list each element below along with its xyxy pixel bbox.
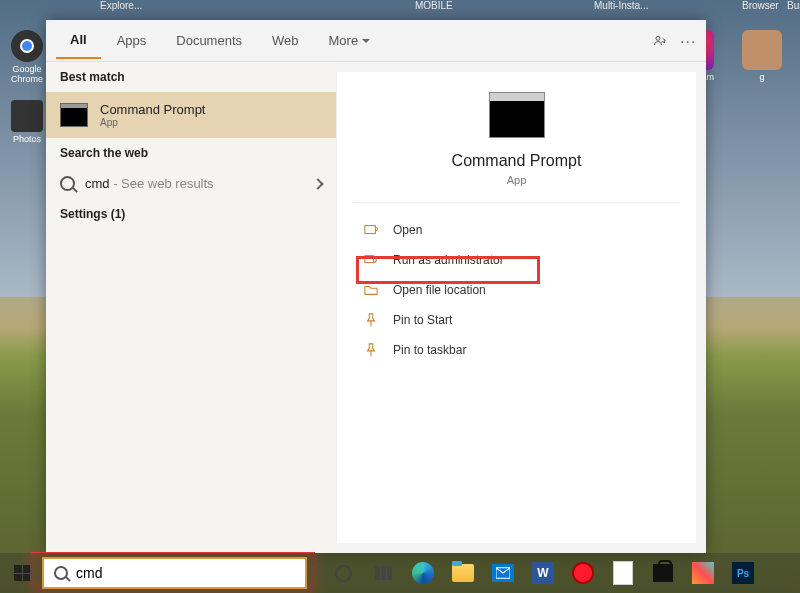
preview-cmd-icon [489,92,545,138]
options-icon[interactable]: ··· [680,33,696,49]
taskbar-blank-doc[interactable] [607,557,639,589]
taskbar-icons: W Ps [327,557,759,589]
action-open[interactable]: Open [337,215,696,245]
edge-icon [412,562,434,584]
search-icon [54,566,68,580]
action-run-as-administrator[interactable]: Run as administrator [337,245,696,275]
action-pin-to-taskbar[interactable]: Pin to taskbar [337,335,696,365]
chevron-right-icon [312,178,323,189]
folder-icon [452,564,474,582]
search-input[interactable] [76,565,286,581]
desktop-icon-photos[interactable]: Photos [6,100,48,144]
action-list: Open Run as administrator Open file loca… [337,203,696,377]
action-open-file-location[interactable]: Open file location [337,275,696,305]
taskbar: W Ps [0,553,800,593]
cmd-icon [60,103,88,127]
svg-rect-4 [365,226,376,234]
tab-all[interactable]: All [56,22,101,59]
best-match-sub: App [100,117,205,128]
window-label-busi[interactable]: Busi [787,0,800,11]
start-menu-header: All Apps Documents Web More ··· [46,20,706,62]
windows-logo-icon [14,565,30,581]
scope-tabs: All Apps Documents Web More [56,22,384,59]
action-pin-to-start[interactable]: Pin to Start [337,305,696,335]
settings-section[interactable]: Settings (1) [46,199,336,229]
pin-icon [363,313,379,327]
svg-rect-5 [365,256,374,263]
folder-icon [363,283,379,297]
photos-icon [11,100,43,132]
document-icon [613,561,633,585]
taskbar-store[interactable] [647,557,679,589]
taskbar-file-explorer[interactable] [447,557,479,589]
best-match-label: Best match [46,62,336,92]
generic-icon [742,30,782,70]
taskbar-opera[interactable] [567,557,599,589]
preview-sub: App [353,174,680,186]
word-icon: W [532,562,554,584]
tab-more[interactable]: More [315,22,385,59]
start-menu: All Apps Documents Web More ··· Best mat… [46,20,706,553]
taskbar-search-box[interactable] [42,557,307,589]
search-icon [60,176,75,191]
taskbar-word[interactable]: W [527,557,559,589]
tab-documents[interactable]: Documents [162,22,256,59]
window-label-browser[interactable]: Browser [742,0,779,11]
start-button[interactable] [6,557,38,589]
desktop-icon-label: g [734,72,790,82]
svg-point-3 [656,36,660,40]
tab-web[interactable]: Web [258,22,313,59]
desktop-icons-left: Google Chrome Photos [6,30,48,160]
search-web-label: Search the web [46,138,336,168]
opera-icon [572,562,594,584]
cortana-icon [335,565,352,582]
window-label-mobile[interactable]: MOBILE [415,0,453,11]
feedback-icon[interactable] [652,33,668,49]
photoshop-icon: Ps [732,562,754,584]
open-window-labels: Explore... MOBILE Multi-Insta... Browser… [0,0,800,20]
game-icon [692,562,714,584]
best-match-command-prompt[interactable]: Command Prompt App [46,92,336,138]
window-label-explore[interactable]: Explore... [100,0,142,11]
taskbar-edge[interactable] [407,557,439,589]
shield-icon [363,253,379,267]
best-match-title: Command Prompt [100,102,205,117]
preview-pane: Command Prompt App Open Run as administr… [336,72,696,543]
taskbar-mail[interactable] [487,557,519,589]
desktop-icon-chrome[interactable]: Google Chrome [6,30,48,84]
open-icon [363,223,379,237]
web-result-text: cmd - See web results [85,176,214,191]
pin-icon [363,343,379,357]
taskbar-photoshop[interactable]: Ps [727,557,759,589]
window-label-multi[interactable]: Multi-Insta... [594,0,648,11]
tab-apps[interactable]: Apps [103,22,161,59]
taskview-icon [375,566,392,580]
web-result-cmd[interactable]: cmd - See web results [46,168,336,199]
cortana-button[interactable] [327,557,359,589]
desktop-icon-label: Photos [6,134,48,144]
results-pane: Best match Command Prompt App Search the… [46,62,336,553]
store-icon [653,564,673,582]
taskview-button[interactable] [367,557,399,589]
preview-title: Command Prompt [353,152,680,170]
taskbar-game[interactable] [687,557,719,589]
mail-icon [492,564,514,582]
desktop-icon-generic[interactable]: g [734,30,790,82]
desktop-icon-label: Google Chrome [6,64,48,84]
